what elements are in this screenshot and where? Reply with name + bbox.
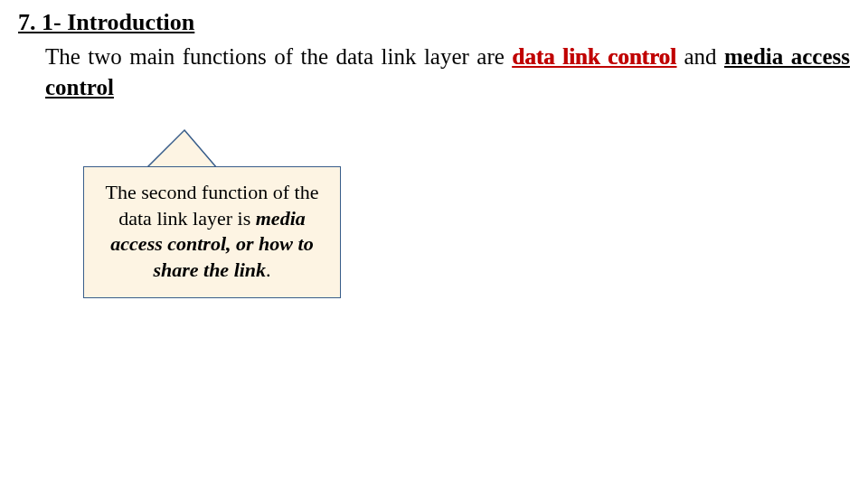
intro-emph-data-link-control: data link control <box>512 44 676 69</box>
callout-text-tail: . <box>266 258 271 281</box>
callout-box: The second function of the data link lay… <box>83 166 341 298</box>
intro-paragraph: The two main functions of the data link … <box>45 42 850 103</box>
intro-text-mid: and <box>676 44 724 69</box>
callout: The second function of the data link lay… <box>83 128 354 298</box>
callout-pointer-icon <box>128 128 237 170</box>
section-heading: 7. 1- Introduction <box>18 9 850 36</box>
intro-text-pre: The two main functions of the data link … <box>45 44 512 69</box>
svg-marker-0 <box>146 130 217 168</box>
slide: 7. 1- Introduction The two main function… <box>0 0 868 488</box>
